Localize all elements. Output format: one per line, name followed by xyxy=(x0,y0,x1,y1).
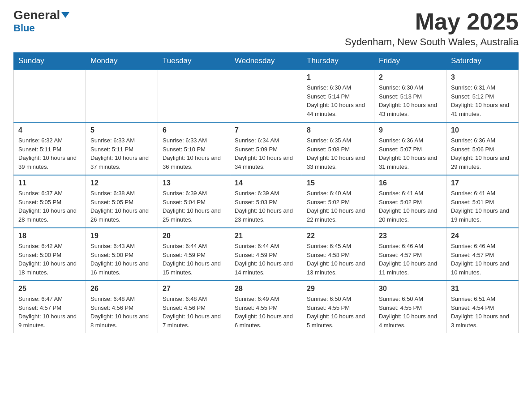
day-info: Sunrise: 6:43 AMSunset: 5:00 PMDaylight:… xyxy=(90,242,153,277)
day-info: Sunrise: 6:44 AMSunset: 4:59 PMDaylight:… xyxy=(235,242,297,277)
calendar-day-cell: 4Sunrise: 6:32 AMSunset: 5:11 PMDaylight… xyxy=(14,122,86,175)
day-info: Sunrise: 6:39 AMSunset: 5:04 PMDaylight:… xyxy=(163,189,225,224)
location-title: Sydenham, New South Wales, Australia xyxy=(345,36,519,48)
sunrise-text: Sunrise: 6:48 AM xyxy=(163,295,207,302)
day-info: Sunrise: 6:32 AMSunset: 5:11 PMDaylight:… xyxy=(18,136,81,171)
calendar-day-cell: 25Sunrise: 6:47 AMSunset: 4:57 PMDayligh… xyxy=(14,281,86,333)
day-number: 3 xyxy=(451,73,514,81)
daylight-text: Daylight: 10 hours and 39 minutes. xyxy=(18,154,77,170)
day-of-week-header: Sunday xyxy=(14,53,86,70)
sunrise-text: Sunrise: 6:47 AM xyxy=(18,295,63,302)
daylight-text: Daylight: 10 hours and 13 minutes. xyxy=(307,260,365,276)
day-number: 26 xyxy=(90,285,153,293)
calendar-day-cell: 23Sunrise: 6:46 AMSunset: 4:57 PMDayligh… xyxy=(374,228,446,281)
sunrise-text: Sunrise: 6:32 AM xyxy=(18,137,63,144)
daylight-text: Daylight: 10 hours and 14 minutes. xyxy=(235,260,293,276)
sunset-text: Sunset: 5:03 PM xyxy=(235,199,278,206)
calendar-day-cell: 12Sunrise: 6:38 AMSunset: 5:05 PMDayligh… xyxy=(86,175,158,228)
daylight-text: Daylight: 10 hours and 43 minutes. xyxy=(379,102,437,117)
sunset-text: Sunset: 5:08 PM xyxy=(307,146,350,153)
day-of-week-header: Monday xyxy=(86,53,158,70)
calendar-day-cell: 18Sunrise: 6:42 AMSunset: 5:00 PMDayligh… xyxy=(14,228,86,281)
sunrise-text: Sunrise: 6:30 AM xyxy=(307,84,351,91)
day-number: 29 xyxy=(307,285,369,293)
sunrise-text: Sunrise: 6:51 AM xyxy=(451,295,495,302)
day-number: 16 xyxy=(379,179,442,187)
calendar-day-cell xyxy=(14,69,86,122)
sunrise-text: Sunrise: 6:33 AM xyxy=(163,137,207,144)
sunrise-text: Sunrise: 6:39 AM xyxy=(235,190,279,197)
sunrise-text: Sunrise: 6:36 AM xyxy=(451,137,495,144)
day-number: 27 xyxy=(163,285,225,293)
day-info: Sunrise: 6:30 AMSunset: 5:14 PMDaylight:… xyxy=(307,83,369,118)
day-of-week-header: Saturday xyxy=(446,53,519,70)
day-info: Sunrise: 6:46 AMSunset: 4:57 PMDaylight:… xyxy=(451,242,514,277)
sunset-text: Sunset: 5:11 PM xyxy=(90,146,133,153)
daylight-text: Daylight: 10 hours and 4 minutes. xyxy=(379,313,437,329)
sunset-text: Sunset: 5:13 PM xyxy=(379,93,422,100)
calendar-week-row: 4Sunrise: 6:32 AMSunset: 5:11 PMDaylight… xyxy=(14,122,519,175)
day-number: 25 xyxy=(18,285,81,293)
day-number: 4 xyxy=(18,126,81,134)
day-info: Sunrise: 6:40 AMSunset: 5:02 PMDaylight:… xyxy=(307,189,369,224)
daylight-text: Daylight: 10 hours and 7 minutes. xyxy=(163,313,221,329)
day-number: 2 xyxy=(379,73,442,81)
logo: General Blue xyxy=(13,9,69,34)
day-info: Sunrise: 6:47 AMSunset: 4:57 PMDaylight:… xyxy=(18,295,81,330)
calendar-day-cell: 22Sunrise: 6:45 AMSunset: 4:58 PMDayligh… xyxy=(302,228,374,281)
day-number: 31 xyxy=(451,285,514,293)
daylight-text: Daylight: 10 hours and 18 minutes. xyxy=(18,260,77,276)
daylight-text: Daylight: 10 hours and 6 minutes. xyxy=(235,313,293,329)
day-number: 7 xyxy=(235,126,297,134)
day-of-week-header: Friday xyxy=(374,53,446,70)
day-info: Sunrise: 6:51 AMSunset: 4:54 PMDaylight:… xyxy=(451,295,514,330)
day-info: Sunrise: 6:31 AMSunset: 5:12 PMDaylight:… xyxy=(451,83,514,118)
sunset-text: Sunset: 4:59 PM xyxy=(235,252,278,258)
calendar-day-cell: 3Sunrise: 6:31 AMSunset: 5:12 PMDaylight… xyxy=(446,69,519,122)
day-info: Sunrise: 6:49 AMSunset: 4:55 PMDaylight:… xyxy=(235,295,297,330)
calendar-day-cell: 20Sunrise: 6:44 AMSunset: 4:59 PMDayligh… xyxy=(158,228,230,281)
sunrise-text: Sunrise: 6:34 AM xyxy=(235,137,279,144)
day-info: Sunrise: 6:42 AMSunset: 5:00 PMDaylight:… xyxy=(18,242,81,277)
calendar-day-cell: 13Sunrise: 6:39 AMSunset: 5:04 PMDayligh… xyxy=(158,175,230,228)
day-info: Sunrise: 6:33 AMSunset: 5:10 PMDaylight:… xyxy=(163,136,225,171)
daylight-text: Daylight: 10 hours and 33 minutes. xyxy=(307,154,365,170)
sunset-text: Sunset: 4:58 PM xyxy=(307,252,350,258)
day-number: 30 xyxy=(379,285,442,293)
calendar-day-cell: 21Sunrise: 6:44 AMSunset: 4:59 PMDayligh… xyxy=(230,228,302,281)
sunset-text: Sunset: 5:02 PM xyxy=(307,199,350,206)
sunset-text: Sunset: 5:07 PM xyxy=(379,146,422,153)
day-info: Sunrise: 6:44 AMSunset: 4:59 PMDaylight:… xyxy=(163,242,225,277)
daylight-text: Daylight: 10 hours and 16 minutes. xyxy=(90,260,149,276)
calendar-day-cell: 2Sunrise: 6:30 AMSunset: 5:13 PMDaylight… xyxy=(374,69,446,122)
calendar-day-cell: 19Sunrise: 6:43 AMSunset: 5:00 PMDayligh… xyxy=(86,228,158,281)
calendar-day-cell: 26Sunrise: 6:48 AMSunset: 4:56 PMDayligh… xyxy=(86,281,158,333)
daylight-text: Daylight: 10 hours and 23 minutes. xyxy=(235,207,293,223)
sunrise-text: Sunrise: 6:45 AM xyxy=(307,243,351,249)
calendar-day-cell: 15Sunrise: 6:40 AMSunset: 5:02 PMDayligh… xyxy=(302,175,374,228)
daylight-text: Daylight: 10 hours and 29 minutes. xyxy=(451,154,509,170)
calendar-week-row: 11Sunrise: 6:37 AMSunset: 5:05 PMDayligh… xyxy=(14,175,519,228)
sunrise-text: Sunrise: 6:39 AM xyxy=(163,190,207,197)
day-info: Sunrise: 6:36 AMSunset: 5:06 PMDaylight:… xyxy=(451,136,514,171)
sunset-text: Sunset: 4:57 PM xyxy=(451,252,494,258)
daylight-text: Daylight: 10 hours and 25 minutes. xyxy=(163,207,221,223)
sunset-text: Sunset: 5:05 PM xyxy=(90,199,133,206)
title-area: May 2025 Sydenham, New South Wales, Aust… xyxy=(345,9,519,48)
daylight-text: Daylight: 10 hours and 37 minutes. xyxy=(90,154,149,170)
calendar-day-cell: 5Sunrise: 6:33 AMSunset: 5:11 PMDaylight… xyxy=(86,122,158,175)
sunrise-text: Sunrise: 6:33 AM xyxy=(90,137,135,144)
sunset-text: Sunset: 4:55 PM xyxy=(235,304,278,311)
calendar-day-cell: 31Sunrise: 6:51 AMSunset: 4:54 PMDayligh… xyxy=(446,281,519,333)
calendar-day-cell: 27Sunrise: 6:48 AMSunset: 4:56 PMDayligh… xyxy=(158,281,230,333)
daylight-text: Daylight: 10 hours and 5 minutes. xyxy=(307,313,365,329)
sunrise-text: Sunrise: 6:50 AM xyxy=(379,295,423,302)
daylight-text: Daylight: 10 hours and 15 minutes. xyxy=(163,260,221,276)
sunset-text: Sunset: 5:01 PM xyxy=(451,199,494,206)
day-info: Sunrise: 6:33 AMSunset: 5:11 PMDaylight:… xyxy=(90,136,153,171)
daylight-text: Daylight: 10 hours and 26 minutes. xyxy=(90,207,149,223)
sunset-text: Sunset: 4:57 PM xyxy=(18,304,61,311)
day-number: 14 xyxy=(235,179,297,187)
sunset-text: Sunset: 4:55 PM xyxy=(379,304,422,311)
logo-blue-text: Blue xyxy=(13,22,35,34)
